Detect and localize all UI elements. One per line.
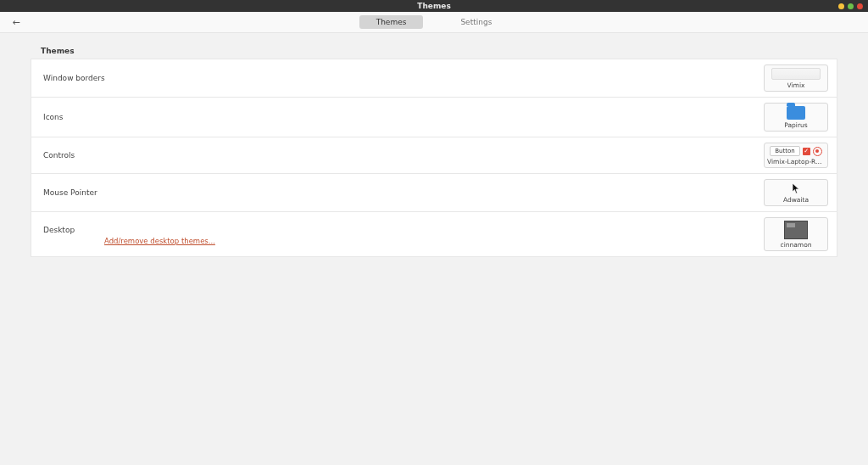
- row-mouse-pointer: Mouse Pointer Adwaita: [31, 174, 837, 212]
- minimize-button[interactable]: [838, 3, 844, 9]
- window-controls: [838, 0, 863, 12]
- row-desktop-left: Desktop Add/remove desktop themes...: [43, 223, 215, 245]
- folder-icon: [787, 106, 805, 120]
- controls-preview-icon: Button ✓: [770, 146, 821, 156]
- window-border-preview-icon: [771, 68, 821, 80]
- theme-controls-value: Vimix-Laptop-Ruby: [767, 158, 825, 165]
- tab-settings-label: Settings: [460, 18, 492, 26]
- row-desktop: Desktop Add/remove desktop themes... cin…: [31, 212, 837, 257]
- theme-mouse-pointer-value: Adwaita: [783, 196, 809, 204]
- section-heading: Themes: [41, 47, 837, 55]
- row-window-borders: Window borders Vimix: [31, 59, 837, 98]
- controls-preview-button-label: Button: [770, 146, 799, 156]
- cursor-icon: [792, 182, 800, 194]
- theme-icons-value: Papirus: [784, 121, 807, 129]
- theme-mouse-pointer-button[interactable]: Adwaita: [764, 179, 828, 206]
- row-icons-label: Icons: [43, 113, 64, 121]
- row-controls-label: Controls: [43, 151, 75, 160]
- desktop-preview-icon: [784, 221, 808, 239]
- tabbar: Themes Settings: [359, 15, 509, 29]
- add-remove-desktop-themes-link[interactable]: Add/remove desktop themes...: [104, 237, 215, 245]
- row-desktop-label: Desktop: [43, 226, 75, 234]
- window-titlebar: Themes: [0, 0, 868, 12]
- page-content: Themes Window borders Vimix Icons Papiru…: [0, 33, 868, 266]
- theme-icons-button[interactable]: Papirus: [764, 103, 828, 132]
- back-button[interactable]: ←: [8, 15, 24, 29]
- radio-icon: [813, 147, 822, 156]
- row-controls: Controls Button ✓ Vimix-Laptop-Ruby: [31, 137, 837, 174]
- window-title: Themes: [417, 2, 451, 10]
- arrow-left-icon: ←: [12, 17, 19, 28]
- theme-desktop-value: cinnamon: [781, 241, 812, 249]
- theme-list: Window borders Vimix Icons Papirus Contr…: [31, 59, 837, 257]
- close-button[interactable]: [857, 3, 863, 9]
- theme-window-borders-button[interactable]: Vimix: [764, 64, 828, 92]
- tab-themes[interactable]: Themes: [359, 15, 424, 29]
- toolbar: ← Themes Settings: [0, 12, 868, 33]
- tab-themes-label: Themes: [376, 18, 407, 26]
- row-mouse-pointer-label: Mouse Pointer: [43, 188, 97, 197]
- maximize-button[interactable]: [848, 3, 854, 9]
- tab-settings[interactable]: Settings: [443, 15, 509, 29]
- row-window-borders-label: Window borders: [43, 74, 105, 82]
- theme-desktop-button[interactable]: cinnamon: [764, 217, 828, 251]
- theme-window-borders-value: Vimix: [787, 81, 805, 89]
- row-icons: Icons Papirus: [31, 98, 837, 137]
- theme-controls-button[interactable]: Button ✓ Vimix-Laptop-Ruby: [764, 143, 828, 168]
- checkbox-icon: ✓: [803, 148, 810, 155]
